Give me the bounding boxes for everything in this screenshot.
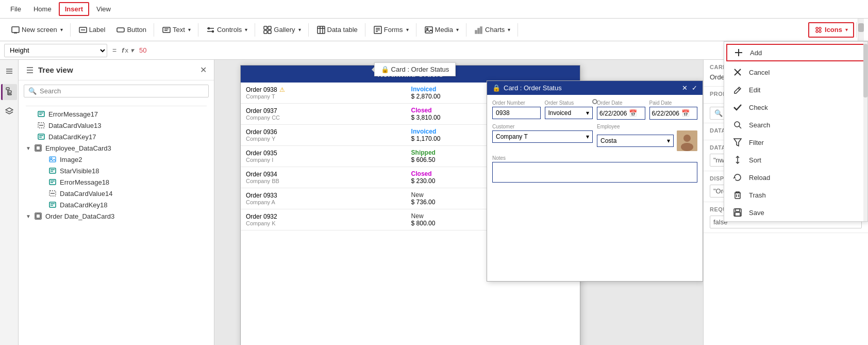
- customer-select[interactable]: Company T ▾: [492, 130, 593, 143]
- tree-item-starvisible18[interactable]: StarVisible18: [19, 165, 214, 176]
- order-date-input[interactable]: 6/22/2006 📅: [597, 107, 645, 120]
- forms-button[interactable]: Forms ▾: [369, 23, 414, 37]
- tree-view-icon[interactable]: [1, 84, 17, 100]
- tree-items: ErrorMessage17 DataCardValue13: [19, 102, 214, 345]
- svg-rect-89: [735, 212, 740, 216]
- employee-select[interactable]: Costa ▾: [597, 135, 674, 147]
- media-button[interactable]: Media ▾: [420, 23, 464, 37]
- svg-line-79: [738, 88, 740, 90]
- icons-button[interactable]: Icons ▾: [808, 22, 854, 38]
- datacardvalue14-icon: [48, 189, 57, 198]
- dropdown-scrollbar[interactable]: [863, 42, 867, 221]
- tree-item-image2[interactable]: Image2: [19, 154, 214, 165]
- tree-view-header-icon: [26, 66, 34, 74]
- dropdown-reload[interactable]: Reload: [724, 169, 867, 186]
- svg-point-31: [819, 27, 821, 29]
- svg-rect-84: [735, 193, 740, 199]
- svg-rect-13: [264, 26, 267, 29]
- notes-input[interactable]: [492, 162, 697, 183]
- hamburger-icon[interactable]: [2, 64, 16, 80]
- cancel-icon: [732, 68, 743, 77]
- detail-confirm-button[interactable]: ✓: [692, 84, 697, 92]
- gallery-button[interactable]: Gallery ▾: [258, 23, 306, 37]
- dropdown-edit[interactable]: Edit: [724, 81, 867, 98]
- text-icon: [162, 26, 171, 34]
- tree-item-datacardkey17[interactable]: DataCardKey17: [19, 131, 214, 142]
- card-tooltip: 🔒 Card : Order Status: [374, 62, 456, 76]
- starvisible18-icon: [48, 167, 57, 175]
- svg-point-30: [816, 27, 818, 29]
- order-status-select[interactable]: Invoiced ▾: [545, 107, 593, 119]
- tree-item-employee-datacard3[interactable]: ▼ Employee_DataCard3: [19, 142, 214, 154]
- dropdown-filter[interactable]: Filter: [724, 134, 867, 151]
- employee-datacard3-expand[interactable]: ▼: [26, 145, 31, 151]
- save-icon: [732, 208, 743, 217]
- toolbar-scrollbar[interactable]: [858, 19, 864, 41]
- dropdown-search[interactable]: Search: [724, 116, 867, 134]
- menu-home[interactable]: Home: [28, 3, 57, 15]
- sidebar-search-icon: 🔍: [28, 87, 37, 95]
- svg-rect-0: [12, 27, 19, 32]
- property-select[interactable]: Height: [4, 44, 107, 57]
- svg-rect-52: [38, 134, 44, 139]
- order-number-input[interactable]: [492, 107, 541, 119]
- media-icon: [425, 26, 433, 34]
- icons-dropdown: Add Cancel Edit: [724, 41, 868, 222]
- text-button[interactable]: Text ▾: [157, 23, 196, 37]
- customer-field: Customer Company T ▾: [492, 124, 593, 151]
- svg-point-26: [426, 28, 428, 29]
- controls-chevron: ▾: [245, 27, 247, 32]
- forms-icon: [374, 26, 382, 34]
- menu-insert[interactable]: Insert: [59, 2, 89, 16]
- dropdown-sort[interactable]: Sort: [724, 151, 867, 169]
- svg-point-33: [819, 30, 821, 32]
- tree-item-datacardvalue14[interactable]: DataCardValue14: [19, 188, 214, 199]
- employee-datacard3-icon: [34, 144, 42, 152]
- menu-view[interactable]: View: [91, 3, 116, 15]
- icons-toolbar-icon: [814, 26, 823, 34]
- dropdown-add[interactable]: Add: [726, 44, 865, 61]
- sidebar-close-button[interactable]: ✕: [200, 65, 207, 75]
- tree-item-datacardvalue13[interactable]: DataCardValue13: [19, 120, 214, 131]
- media-chevron: ▾: [456, 27, 459, 32]
- detail-close-button[interactable]: ✕: [682, 84, 688, 92]
- check-icon: [732, 103, 743, 112]
- layers-icon[interactable]: [2, 104, 16, 120]
- svg-line-81: [739, 126, 741, 128]
- detail-body: Order Number Order Status Invoiced ▾ Ord…: [487, 95, 703, 192]
- dropdown-check[interactable]: Check: [724, 98, 867, 116]
- new-screen-chevron: ▾: [60, 27, 63, 32]
- charts-button[interactable]: Charts ▾: [470, 23, 515, 37]
- fx-button[interactable]: fx ▾: [122, 46, 134, 54]
- tree-item-errormessage18[interactable]: ErrorMessage18: [19, 176, 214, 188]
- tree-item-datacardkey18[interactable]: DataCardKey18: [19, 199, 214, 210]
- tree-divider-top: [26, 106, 207, 106]
- sidebar-search-input[interactable]: [40, 87, 204, 95]
- label-button[interactable]: Label: [74, 23, 111, 37]
- menu-file[interactable]: File: [5, 3, 26, 15]
- svg-marker-43: [6, 108, 13, 112]
- svg-point-73: [683, 135, 691, 142]
- svg-marker-82: [734, 139, 741, 146]
- data-table-button[interactable]: Data table: [312, 23, 363, 37]
- svg-rect-37: [6, 88, 9, 90]
- charts-chevron: ▾: [508, 27, 510, 32]
- tree-item-errormessage17[interactable]: ErrorMessage17: [19, 108, 214, 120]
- svg-point-80: [735, 122, 740, 127]
- controls-button[interactable]: Controls ▾: [202, 23, 253, 37]
- button-button[interactable]: Button: [111, 23, 152, 37]
- dropdown-cancel[interactable]: Cancel: [724, 63, 867, 81]
- new-screen-button[interactable]: New screen ▾: [6, 23, 68, 37]
- main-area: Tree view ✕ 🔍 ErrorMessage17: [0, 60, 868, 345]
- svg-rect-17: [318, 26, 325, 34]
- tree-item-orderdate-datacard3[interactable]: ▼ Order Date_DataCard3: [19, 210, 214, 222]
- svg-rect-29: [480, 27, 482, 34]
- dropdown-save[interactable]: Save: [724, 204, 867, 221]
- sort-icon: [732, 155, 743, 165]
- sidebar: Tree view ✕ 🔍 ErrorMessage17: [19, 60, 214, 345]
- reload-icon: [732, 173, 743, 182]
- svg-point-74: [681, 143, 693, 151]
- orderdate-expand[interactable]: ▼: [26, 213, 31, 219]
- dropdown-trash[interactable]: Trash: [724, 186, 867, 204]
- paid-date-input[interactable]: 6/22/2006 📅: [649, 107, 698, 120]
